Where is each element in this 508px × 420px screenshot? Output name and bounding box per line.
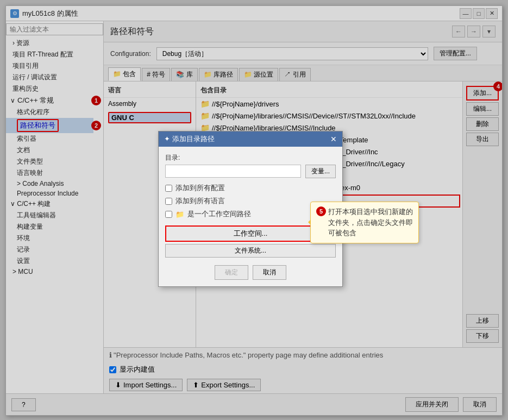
tooltip-balloon: 5 打开本项目选中我们新建的文件夹，点击确定头文件即可被包含 (310, 202, 419, 243)
dialog-cancel-button[interactable]: 取消 (253, 265, 286, 280)
filesystem-button[interactable]: 文件系统... (165, 244, 336, 258)
dir-input[interactable] (165, 165, 301, 178)
check-all-configs: 添加到所有配置 (165, 183, 301, 193)
badge-5: 5 (316, 206, 326, 216)
dialog-left: 添加到所有配置 添加到所有语言 📁 是一个工作空间路径 (165, 165, 301, 222)
main-window: ⚙ myL051c8 的属性 — □ ✕ › 资源 项目 RT-Thread 配… (5, 5, 503, 416)
check-all-langs: 添加到所有语言 (165, 196, 301, 206)
dialog-overlay: ✦ 添加目录路径 ✕ 目录: 添加到所有配置 添加到所有语言 (6, 6, 502, 415)
dialog-ok-button[interactable]: 确定 (215, 265, 248, 280)
dialog-ok-cancel: 确定 取消 (165, 265, 336, 280)
check-workspace-path: 📁 是一个工作空间路径 (165, 209, 301, 219)
dialog-title-bar: ✦ 添加目录路径 ✕ (159, 131, 342, 147)
all-langs-checkbox[interactable] (165, 198, 172, 205)
dialog-title: ✦ 添加目录路径 (164, 134, 215, 144)
dialog-close-button[interactable]: ✕ (330, 135, 337, 143)
dir-label: 目录: (165, 153, 336, 162)
workspace-path-checkbox[interactable] (165, 211, 172, 218)
tooltip-text: 打开本项目选中我们新建的文件夹，点击确定头文件即可被包含 (328, 206, 413, 239)
variables-button[interactable]: 变量... (305, 165, 336, 178)
workspace-folder-icon: 📁 (175, 210, 184, 218)
all-configs-checkbox[interactable] (165, 185, 172, 192)
